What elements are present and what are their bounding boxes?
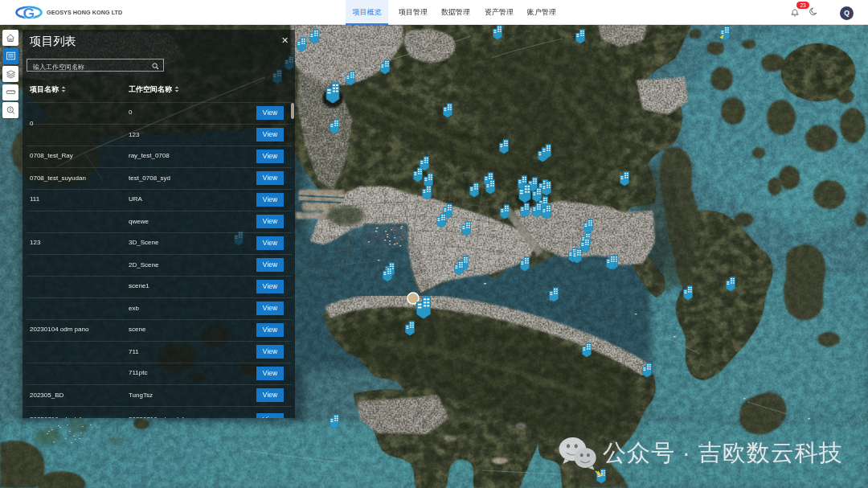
svg-text:G: G — [23, 5, 35, 22]
svg-text:0: 0 — [9, 108, 11, 112]
